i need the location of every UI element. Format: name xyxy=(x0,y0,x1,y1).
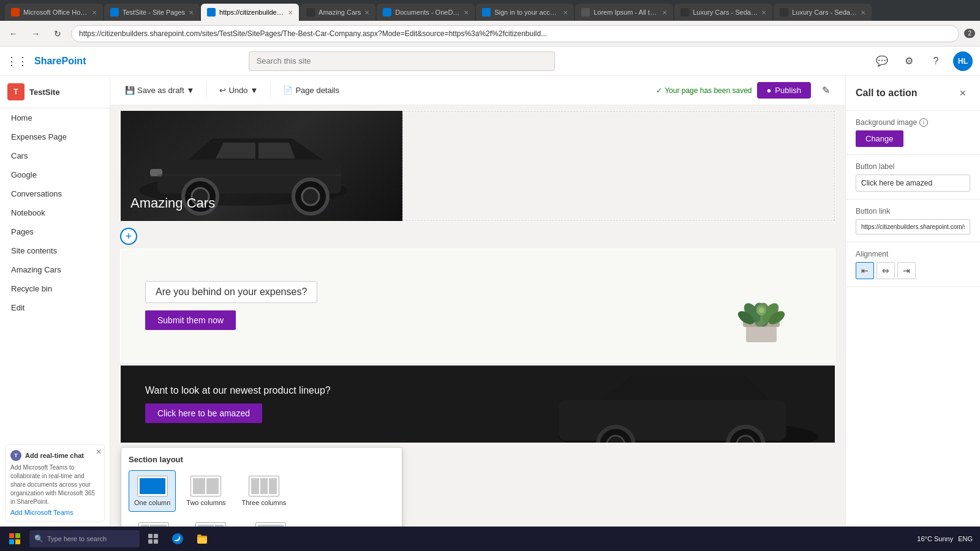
cta-expenses-right xyxy=(639,269,810,342)
svg-rect-34 xyxy=(148,539,153,544)
tab-close-icon[interactable]: ✕ xyxy=(92,9,97,16)
svg-rect-28 xyxy=(9,533,14,538)
col2 xyxy=(215,525,223,527)
chat-icon-btn[interactable]: 💬 xyxy=(872,51,892,71)
svg-rect-32 xyxy=(148,534,153,538)
browser-tab-t3[interactable]: https://citizenbuilder.s...✕ xyxy=(201,4,299,21)
tab-close-icon[interactable]: ✕ xyxy=(364,9,369,16)
tab-label: Sign in to your accou... xyxy=(494,9,559,16)
taskbar-app-taskview[interactable] xyxy=(142,528,164,550)
address-input[interactable] xyxy=(71,25,959,42)
sidebar-item-recycle-bin[interactable]: Recycle bin xyxy=(0,279,110,298)
refresh-button[interactable]: ↻ xyxy=(49,25,66,42)
help-icon-btn[interactable]: ? xyxy=(926,51,946,71)
align-center-btn[interactable]: ⇔ xyxy=(876,262,895,279)
tab-close-icon[interactable]: ✕ xyxy=(662,9,667,16)
align-left-btn[interactable]: ⇤ xyxy=(856,262,874,279)
save-icon: 💾 xyxy=(125,86,135,95)
browser-tab-t8[interactable]: Luxury Cars - Sedan...✕ xyxy=(674,4,772,21)
waffle-menu[interactable]: ⋮⋮ xyxy=(7,51,27,71)
undo-btn[interactable]: ↩ Undo ▼ xyxy=(214,83,263,97)
button-label-input[interactable] xyxy=(856,174,970,192)
sidebar-item-expenses[interactable]: Expenses Page xyxy=(0,127,110,146)
sidebar-item-notebook[interactable]: Notebook xyxy=(0,203,110,222)
tab-favicon xyxy=(780,8,788,17)
check-icon: ✓ xyxy=(656,86,662,95)
user-avatar[interactable]: HL xyxy=(953,51,973,71)
back-button[interactable]: ← xyxy=(5,25,22,42)
settings-icon-btn[interactable]: ⚙ xyxy=(899,51,919,71)
page-details-label: Page details xyxy=(295,86,339,95)
tab-close-icon[interactable]: ✕ xyxy=(189,9,194,16)
cta-cars: Want to look at our newest product lineu… xyxy=(121,365,835,443)
svg-rect-33 xyxy=(154,534,158,538)
button-link-input[interactable] xyxy=(856,219,970,234)
chat-widget-link[interactable]: Add Microsoft Teams xyxy=(10,509,99,516)
tab-favicon xyxy=(306,8,315,17)
taskbar-app-edge[interactable] xyxy=(167,528,189,550)
taskbar-search[interactable]: 🔍 Type here to search xyxy=(29,530,140,547)
layout-one-third-left[interactable]: One-third left xyxy=(129,517,179,527)
edit-pencil-btn[interactable]: ✎ xyxy=(816,81,835,100)
taskbar-clock: ENG xyxy=(958,535,973,542)
background-image-label: Background image i xyxy=(856,118,970,127)
sp-topnav: ⋮⋮ SharePoint 💬 ⚙ ? HL xyxy=(0,47,980,76)
svg-rect-30 xyxy=(9,539,14,544)
tab-favicon xyxy=(680,8,689,17)
tab-close-icon[interactable]: ✕ xyxy=(563,9,568,16)
change-btn[interactable]: Change xyxy=(856,130,903,147)
forward-button[interactable]: → xyxy=(27,25,44,42)
tab-close-icon[interactable]: ✕ xyxy=(464,9,469,16)
car-title-text: Amazing Cars xyxy=(130,195,215,211)
tab-close-icon[interactable]: ✕ xyxy=(761,9,766,16)
align-right-btn[interactable]: ⇥ xyxy=(897,262,916,279)
tab-label: Amazing Cars xyxy=(318,9,361,16)
amazed-btn[interactable]: Click here to be amazed xyxy=(145,403,262,423)
sidebar-item-pages[interactable]: Pages xyxy=(0,222,110,241)
browser-tab-t4[interactable]: Amazing Cars✕ xyxy=(300,4,375,21)
save-draft-chevron: ▼ xyxy=(187,86,195,95)
teams-icon: T xyxy=(10,450,21,461)
sidebar-item-amazing-cars[interactable]: Amazing Cars xyxy=(0,260,110,279)
sidebar-item-conversations[interactable]: Conversations xyxy=(0,184,110,203)
browser-tab-t2[interactable]: TestSite - Site Pages✕ xyxy=(104,4,200,21)
chat-widget-title: Add real-time chat xyxy=(25,452,84,459)
layout-two-columns[interactable]: Two columns xyxy=(181,470,231,512)
submit-now-btn[interactable]: Submit them now xyxy=(145,310,236,330)
save-draft-btn[interactable]: 💾 Save as draft ▼ xyxy=(120,83,199,97)
sidebar-item-site-contents[interactable]: Site contents xyxy=(0,241,110,260)
sidebar-item-google[interactable]: Google xyxy=(0,165,110,184)
col3 xyxy=(269,478,277,494)
panel-header: Call to action ✕ xyxy=(846,76,980,111)
sidebar-item-home[interactable]: Home xyxy=(0,108,110,127)
tab-close-icon[interactable]: ✕ xyxy=(861,9,865,16)
alignment-label: Alignment xyxy=(856,250,970,258)
taskbar-search-text: Type here to search xyxy=(47,535,107,542)
add-section-btn-1[interactable]: + xyxy=(120,228,137,245)
panel-close-btn[interactable]: ✕ xyxy=(956,86,970,100)
info-icon[interactable]: i xyxy=(919,118,928,127)
layout-vertical-section[interactable]: Vertical section xyxy=(243,517,299,527)
layout-one-column[interactable]: One column xyxy=(129,470,176,512)
page-details-btn[interactable]: 📄 Page details xyxy=(278,83,344,97)
publish-button[interactable]: ● Publish xyxy=(757,82,812,99)
sidebar-item-edit[interactable]: Edit xyxy=(0,298,110,317)
layout-three-columns[interactable]: Three columns xyxy=(236,470,292,512)
browser-tab-t9[interactable]: Luxury Cars - Sedan...✕ xyxy=(774,4,872,21)
taskbar-app-explorer[interactable] xyxy=(191,528,213,550)
sidebar-item-cars[interactable]: Cars xyxy=(0,146,110,165)
sp-topnav-right: 💬 ⚙ ? HL xyxy=(872,51,973,71)
browser-tab-t5[interactable]: Documents - OneDrive...✕ xyxy=(377,4,475,21)
browser-tab-t6[interactable]: Sign in to your accou...✕ xyxy=(476,4,574,21)
car-image-right xyxy=(402,111,835,221)
chat-widget-close[interactable]: ✕ xyxy=(96,448,102,456)
browser-tab-t7[interactable]: Lorem Ipsum - All the...✕ xyxy=(575,4,673,21)
sp-search-input[interactable] xyxy=(249,51,555,71)
undo-chevron: ▼ xyxy=(251,86,258,95)
browser-tab-t1[interactable]: Microsoft Office Home✕ xyxy=(5,4,103,21)
save-draft-label: Save as draft xyxy=(137,86,184,95)
tab-favicon xyxy=(110,8,119,17)
start-button[interactable] xyxy=(2,528,27,550)
tab-close-icon[interactable]: ✕ xyxy=(288,9,293,16)
layout-one-third-right[interactable]: One-third right xyxy=(184,517,238,527)
